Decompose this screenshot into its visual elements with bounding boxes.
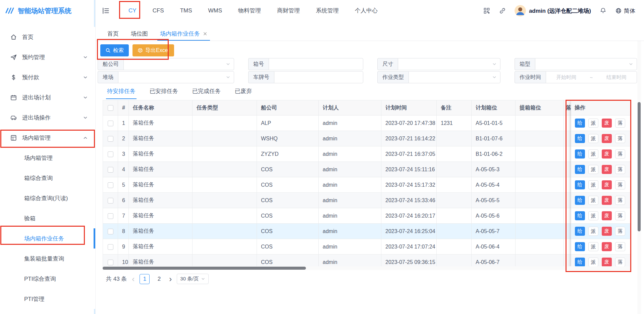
action-废-button[interactable]: 废 <box>602 211 612 220</box>
row-checkbox[interactable] <box>108 182 113 188</box>
sidebar-subitem-箱综合查询[interactable]: 箱综合查询 <box>0 168 95 188</box>
close-tab-icon[interactable] <box>203 32 207 36</box>
cell-checkbox[interactable] <box>103 239 118 255</box>
search-button[interactable]: 检索 <box>100 44 129 56</box>
sidebar-subitem-场内箱管理[interactable]: 场内箱管理 <box>0 148 95 168</box>
table-row-4[interactable]: 4落箱任务COSadmin2023-07-24 15:11:16A-05-05-… <box>103 162 631 177</box>
workspace-tab-场内箱作业任务[interactable]: 场内箱作业任务 <box>157 27 210 41</box>
menu-collapse-icon[interactable] <box>102 7 110 15</box>
cell-checkbox[interactable] <box>103 131 118 146</box>
sidebar-item-场内箱管理[interactable]: 场内箱管理 <box>0 128 95 148</box>
箱号-input[interactable] <box>269 58 363 70</box>
page-size-select[interactable]: 30 条/页 <box>177 274 209 284</box>
action-废-button[interactable]: 废 <box>602 196 612 205</box>
action-废-button[interactable]: 废 <box>602 119 612 128</box>
page-1[interactable]: 1 <box>140 274 150 284</box>
cell-checkbox[interactable] <box>103 146 118 162</box>
cell-checkbox[interactable] <box>103 162 118 177</box>
row-checkbox[interactable] <box>108 121 113 126</box>
sidebar-item-预约管理[interactable]: 预约管理 <box>0 47 95 67</box>
top-nav-item-TMS[interactable]: TMS <box>172 0 200 21</box>
action-废-button[interactable]: 废 <box>602 258 612 267</box>
row-checkbox[interactable] <box>108 213 113 219</box>
row-checkbox[interactable] <box>108 244 113 250</box>
action-落-button[interactable]: 落 <box>615 180 625 189</box>
action-废-button[interactable]: 废 <box>602 134 612 143</box>
status-tab-已安排任务[interactable]: 已安排任务 <box>149 86 179 99</box>
language-switcher[interactable]: 简体 <box>615 7 635 15</box>
action-给-button[interactable]: 给 <box>575 196 585 205</box>
action-派-button[interactable]: 派 <box>588 211 598 220</box>
action-落-button[interactable]: 落 <box>615 242 625 251</box>
action-派-button[interactable]: 派 <box>588 242 598 251</box>
top-nav-item-个人中心[interactable]: 个人中心 <box>347 0 386 21</box>
sidebar-subitem-PTI综合查询[interactable]: PTI综合查询 <box>0 269 95 289</box>
next-page-button[interactable]: › <box>168 275 172 283</box>
action-给-button[interactable]: 给 <box>575 227 585 236</box>
sidebar-subitem-场内箱作业任务[interactable]: 场内箱作业任务 <box>0 228 95 249</box>
top-nav-item-CFS[interactable]: CFS <box>145 0 172 21</box>
sidebar-item-首页[interactable]: 首页 <box>0 27 95 47</box>
sidebar-item-预付款[interactable]: 预付款 <box>0 67 95 87</box>
user-menu[interactable]: admin (远洋仓配二堆场) <box>515 5 591 16</box>
table-row-2[interactable]: 2落箱任务WSHQadmin2023-07-21 16:14:22B1-01-0… <box>103 131 631 146</box>
sidebar-subitem-验箱[interactable]: 验箱 <box>0 208 95 228</box>
action-派-button[interactable]: 派 <box>588 119 598 128</box>
sidebar-subitem-PTI管理[interactable]: PTI管理 <box>0 289 95 309</box>
cell-checkbox[interactable] <box>103 116 118 131</box>
action-废-button[interactable]: 废 <box>602 242 612 251</box>
action-落-button[interactable]: 落 <box>615 149 625 159</box>
action-派-button[interactable]: 派 <box>588 196 598 205</box>
sidebar-subitem-箱综合查询(只读)[interactable]: 箱综合查询(只读) <box>0 188 95 208</box>
action-派-button[interactable]: 派 <box>588 227 598 236</box>
sidebar-item-进出场操作[interactable]: 进出场操作 <box>0 107 95 128</box>
sidebar-item-进出场计划[interactable]: 进出场计划 <box>0 87 95 107</box>
row-checkbox[interactable] <box>108 151 113 157</box>
action-给-button[interactable]: 给 <box>575 134 585 143</box>
堆场-select[interactable] <box>118 71 234 83</box>
action-给-button[interactable]: 给 <box>575 149 585 159</box>
workspace-tab-场位图[interactable]: 场位图 <box>128 27 151 41</box>
row-checkbox[interactable] <box>108 136 113 142</box>
作业类型-select[interactable] <box>409 71 500 83</box>
action-派-button[interactable]: 派 <box>588 180 598 189</box>
车牌号-input[interactable] <box>274 71 363 83</box>
action-给-button[interactable]: 给 <box>575 119 585 128</box>
cell-checkbox[interactable] <box>103 193 118 208</box>
action-给-button[interactable]: 给 <box>575 165 585 174</box>
table-row-7[interactable]: 7落箱任务COSadmin2023-07-24 16:20:17A-05-05-… <box>103 208 631 224</box>
作业时间-daterange[interactable]: 开始时间~结束时间 <box>546 71 637 83</box>
export-excel-button[interactable]: 导出Excel <box>132 44 174 56</box>
action-派-button[interactable]: 派 <box>588 134 598 143</box>
table-row-6[interactable]: 6落箱任务COSadmin2023-07-24 15:33:46A-05-05-… <box>103 193 631 208</box>
尺寸-select[interactable] <box>398 58 500 70</box>
action-落-button[interactable]: 落 <box>615 196 625 205</box>
action-派-button[interactable]: 派 <box>588 165 598 174</box>
action-落-button[interactable]: 落 <box>615 119 625 128</box>
row-checkbox[interactable] <box>108 198 113 204</box>
action-落-button[interactable]: 落 <box>615 165 625 174</box>
action-落-button[interactable]: 落 <box>615 211 625 220</box>
action-废-button[interactable]: 废 <box>602 180 612 189</box>
action-落-button[interactable]: 落 <box>615 258 625 267</box>
horizontal-scrollbar[interactable] <box>103 266 631 270</box>
action-废-button[interactable]: 废 <box>602 149 612 159</box>
top-nav-item-商财管理[interactable]: 商财管理 <box>269 0 308 21</box>
action-给-button[interactable]: 给 <box>575 211 585 220</box>
link-icon[interactable] <box>499 7 506 14</box>
table-row-3[interactable]: 3落箱任务ZYZYDadmin2023-07-21 16:37:05B1-01-… <box>103 146 631 162</box>
row-checkbox[interactable] <box>108 229 113 234</box>
cell-checkbox[interactable] <box>103 224 118 239</box>
vertical-scrollbar[interactable] <box>637 41 641 314</box>
action-废-button[interactable]: 废 <box>602 227 612 236</box>
table-row-8[interactable]: 8落箱任务COSadmin2023-07-24 16:25:04A-05-05-… <box>103 224 631 239</box>
status-tab-已废弃[interactable]: 已废弃 <box>234 86 253 99</box>
top-nav-item-CY[interactable]: CY <box>120 0 145 21</box>
action-落-button[interactable]: 落 <box>615 134 625 143</box>
cell-checkbox[interactable] <box>103 208 118 224</box>
top-nav-item-WMS[interactable]: WMS <box>200 0 230 21</box>
sidebar-subitem-集装箱批量查询[interactable]: 集装箱批量查询 <box>0 249 95 269</box>
prev-page-button[interactable]: ‹ <box>131 275 135 283</box>
action-给-button[interactable]: 给 <box>575 180 585 189</box>
船公司-select[interactable] <box>123 58 234 70</box>
